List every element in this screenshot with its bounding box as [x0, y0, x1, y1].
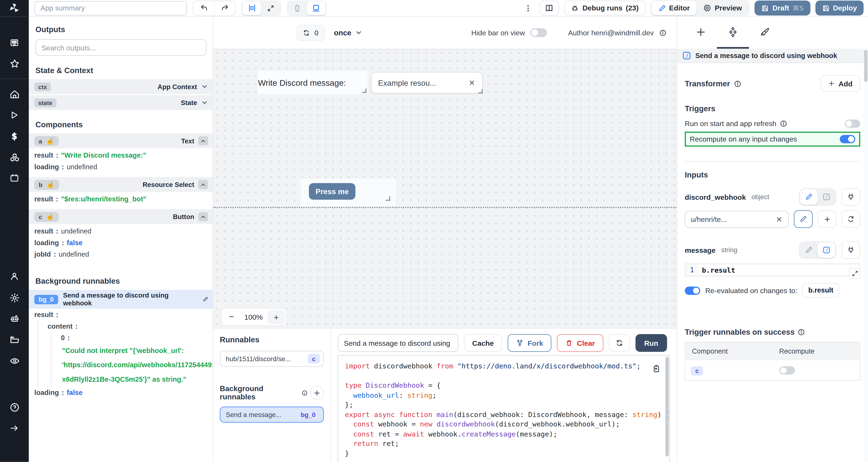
- frequency-select[interactable]: once: [334, 29, 363, 37]
- svg-text:$: $: [12, 131, 17, 141]
- line-number: 1: [686, 264, 698, 275]
- reeval-target-pill[interactable]: b.result: [802, 283, 839, 298]
- run-button[interactable]: Run: [635, 334, 667, 352]
- runnable-bg0-item[interactable]: Send a message... bg_0: [220, 406, 324, 423]
- code-editor[interactable]: import discordwebhook from "https://deno…: [338, 355, 670, 462]
- undo-button[interactable]: [193, 1, 214, 15]
- center-area: 0 once Hide bar on view Author henri@win…: [213, 16, 677, 462]
- clear-button[interactable]: Clear: [557, 334, 603, 352]
- add-bg-runnable-button[interactable]: [310, 386, 324, 400]
- redo-button[interactable]: [214, 1, 235, 15]
- recompute-toggle[interactable]: [840, 135, 855, 143]
- preview-label: Preview: [715, 4, 742, 12]
- favorites-nav-item[interactable]: [0, 53, 29, 74]
- hide-bar-toggle[interactable]: [530, 28, 547, 37]
- refresh-count-button[interactable]: 0: [296, 25, 325, 41]
- resize-handle[interactable]: [478, 89, 483, 94]
- fork-button[interactable]: Fork: [508, 334, 552, 352]
- component-b-row[interactable]: b☝ Resource Select: [29, 177, 213, 192]
- tab-insert[interactable]: [685, 16, 717, 49]
- fullscreen-button[interactable]: [261, 1, 280, 15]
- msg-static-mode-button[interactable]: [800, 242, 817, 258]
- collapse-b-button[interactable]: [198, 180, 208, 189]
- dw-edit-resource-button[interactable]: [794, 210, 813, 228]
- dw-static-mode-button[interactable]: [800, 189, 817, 205]
- collapse-rail-button[interactable]: [0, 418, 29, 439]
- tab-component-settings[interactable]: [717, 16, 749, 49]
- debug-runs-button[interactable]: Debug runs (23): [564, 1, 645, 15]
- app-canvas[interactable]: Write Discord message: Example resou... …: [213, 48, 677, 328]
- component-a-row[interactable]: a☝ Text: [29, 133, 213, 148]
- code-scrollbar-thumb[interactable]: [665, 357, 669, 456]
- deploy-button[interactable]: Deploy: [815, 1, 864, 15]
- refresh-code-button[interactable]: [609, 334, 630, 352]
- component-c-row[interactable]: c☝ Button: [29, 209, 213, 224]
- runs-nav-item[interactable]: [0, 105, 29, 126]
- state-row[interactable]: state State: [29, 95, 213, 110]
- docs-button[interactable]: [539, 1, 559, 15]
- chevron-down-icon: [354, 29, 363, 37]
- desktop-view-button[interactable]: [307, 1, 326, 15]
- runnable-name-input[interactable]: [338, 334, 459, 352]
- center-align-button[interactable]: [243, 1, 261, 15]
- audit-nav-item[interactable]: [0, 350, 29, 371]
- runnable-hub-item[interactable]: hub/1511/discord/se... c: [220, 351, 324, 367]
- b-result-row: result:"$res:u/henri/testing_bot": [29, 193, 213, 205]
- schedules-nav-item[interactable]: [0, 168, 29, 189]
- dw-connect-button[interactable]: [841, 188, 860, 206]
- run-on-start-label: Run on start and app refresh: [685, 120, 776, 128]
- resize-handle[interactable]: [362, 89, 367, 93]
- more-menu-button[interactable]: [522, 4, 534, 12]
- dw-add-resource-button[interactable]: [817, 210, 836, 228]
- collapse-c-button[interactable]: [198, 212, 208, 221]
- preview-tab[interactable]: Preview: [696, 1, 748, 15]
- settings-nav-item[interactable]: [0, 287, 29, 308]
- zoom-out-button[interactable]: −: [222, 308, 241, 325]
- resources-nav-item[interactable]: [0, 146, 29, 168]
- resize-handle[interactable]: [386, 196, 390, 201]
- folders-nav-item[interactable]: [0, 329, 29, 350]
- message-expr-input[interactable]: 1 b.result: [685, 263, 860, 276]
- add-transformer-button[interactable]: Add: [820, 75, 860, 92]
- row-recompute-toggle[interactable]: [779, 366, 795, 374]
- help-nav-item[interactable]: [0, 397, 29, 418]
- ctx-row[interactable]: ctx App Context: [29, 79, 213, 94]
- component-b-type: Resource Select: [143, 181, 194, 189]
- msg-connect-button[interactable]: [841, 241, 860, 259]
- text-component[interactable]: Write Discord message:: [258, 71, 368, 94]
- reeval-toggle[interactable]: [685, 286, 700, 295]
- svg-text:f: f: [826, 248, 829, 253]
- press-me-button[interactable]: Press me: [309, 183, 355, 200]
- workspace-nav-item[interactable]: [0, 32, 29, 53]
- dw-eval-mode-button[interactable]: f: [817, 189, 835, 205]
- users-nav-item[interactable]: [0, 266, 29, 287]
- component-c-badge: c: [39, 213, 42, 220]
- windmill-logo[interactable]: [0, 0, 29, 16]
- zoom-in-button[interactable]: +: [268, 310, 285, 324]
- search-outputs-input[interactable]: [35, 39, 206, 56]
- app-summary-input[interactable]: [34, 1, 187, 15]
- layout-toggle-group: [241, 0, 281, 16]
- bg0-row[interactable]: bg_0 Send a message to discord using web…: [29, 290, 213, 309]
- resource-select-component[interactable]: Example resou...: [371, 72, 483, 93]
- variables-nav-item[interactable]: $: [0, 126, 29, 146]
- deploy-label: Deploy: [833, 4, 857, 12]
- home-nav-item[interactable]: [0, 84, 29, 105]
- chevron-down-icon: [201, 99, 208, 106]
- mobile-view-button[interactable]: [288, 1, 307, 15]
- right-scrollbar[interactable]: [864, 48, 868, 462]
- expand-editor-button[interactable]: [849, 268, 860, 279]
- editor-tab[interactable]: Editor: [651, 1, 696, 15]
- dw-refresh-resource-button[interactable]: [841, 210, 860, 228]
- msg-eval-mode-button[interactable]: f: [817, 242, 835, 258]
- copy-code-button[interactable]: [652, 365, 660, 373]
- run-on-start-toggle[interactable]: [845, 120, 860, 128]
- collapse-a-button[interactable]: [198, 136, 208, 145]
- draft-button[interactable]: Draft ⌘S: [755, 1, 810, 15]
- workers-nav-item[interactable]: [0, 308, 29, 329]
- info-icon: [659, 29, 666, 36]
- cache-button[interactable]: Cache: [464, 334, 502, 352]
- discord-webhook-resource-select[interactable]: u/henri/te...: [685, 210, 789, 228]
- tab-styling[interactable]: [749, 16, 781, 49]
- right-scrollbar-thumb[interactable]: [864, 50, 868, 82]
